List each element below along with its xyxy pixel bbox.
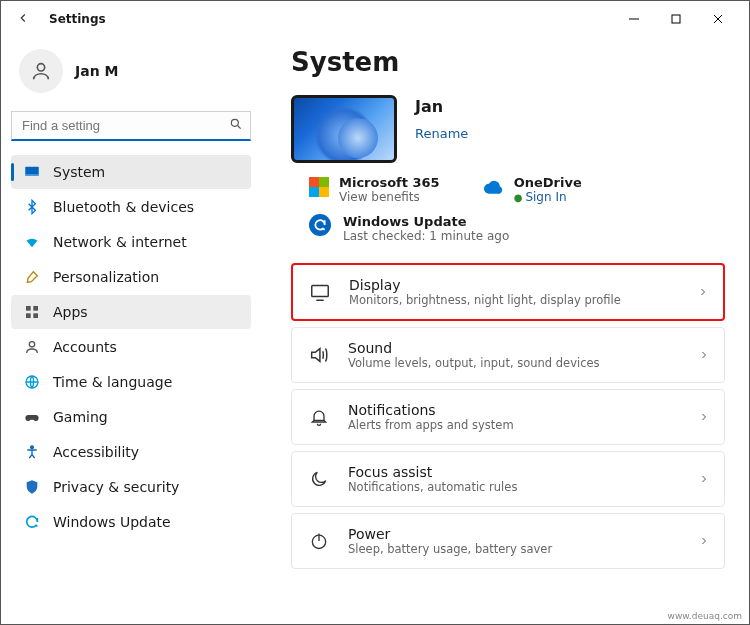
svg-rect-11 [26,313,31,318]
sidebar-item-system[interactable]: System [11,155,251,189]
chevron-right-icon [698,408,710,427]
microsoft-365-card[interactable]: Microsoft 365 View benefits [309,175,440,204]
svg-point-15 [31,446,34,449]
card-subtitle: Monitors, brightness, night light, displ… [349,293,681,307]
person-icon [23,338,41,356]
svg-point-4 [37,64,44,71]
display-icon [23,163,41,181]
speaker-icon [306,342,332,368]
windows-update-label: Windows Update [343,214,509,229]
windows-update-sub: Last checked: 1 minute ago [343,229,509,243]
sidebar-item-bluetooth[interactable]: Bluetooth & devices [11,190,251,224]
sidebar: Jan M System Bluetooth & devices Network… [1,37,261,624]
sidebar-item-windows-update[interactable]: Windows Update [11,505,251,539]
svg-line-6 [238,126,241,129]
svg-rect-10 [33,306,38,311]
svg-rect-8 [25,174,39,176]
sidebar-item-accessibility[interactable]: Accessibility [11,435,251,469]
sidebar-item-label: Accessibility [53,444,139,460]
monitor-icon [307,279,333,305]
microsoft-365-label: Microsoft 365 [339,175,440,190]
sidebar-item-label: Time & language [53,374,172,390]
bluetooth-icon [23,198,41,216]
sidebar-item-privacy[interactable]: Privacy & security [11,470,251,504]
card-title: Focus assist [348,464,682,480]
device-card: Jan Rename [291,95,725,163]
search-icon [229,117,243,134]
onedrive-label: OneDrive [514,175,582,190]
card-power[interactable]: Power Sleep, battery usage, battery save… [291,513,725,569]
power-icon [306,528,332,554]
card-subtitle: Alerts from apps and system [348,418,682,432]
chevron-right-icon [697,283,709,302]
card-focus-assist[interactable]: Focus assist Notifications, automatic ru… [291,451,725,507]
sidebar-item-label: Accounts [53,339,117,355]
sidebar-item-accounts[interactable]: Accounts [11,330,251,364]
back-button[interactable] [11,11,35,28]
title-bar: Settings [1,1,749,37]
maximize-button[interactable] [655,4,697,34]
chevron-right-icon [698,532,710,551]
user-name: Jan M [75,63,118,79]
apps-icon [23,303,41,321]
card-subtitle: Sleep, battery usage, battery saver [348,542,682,556]
search-input[interactable] [11,111,251,141]
device-thumbnail [291,95,397,163]
card-title: Sound [348,340,682,356]
window-title: Settings [49,12,106,26]
watermark: www.deuaq.com [665,610,745,622]
wifi-icon [23,233,41,251]
sidebar-item-label: Windows Update [53,514,171,530]
sidebar-item-label: Gaming [53,409,108,425]
card-display[interactable]: Display Monitors, brightness, night ligh… [291,263,725,321]
chevron-right-icon [698,470,710,489]
card-title: Notifications [348,402,682,418]
brush-icon [23,268,41,286]
sync-icon [23,513,41,531]
sidebar-item-gaming[interactable]: Gaming [11,400,251,434]
card-notifications[interactable]: Notifications Alerts from apps and syste… [291,389,725,445]
sidebar-item-apps[interactable]: Apps [11,295,251,329]
card-title: Power [348,526,682,542]
windows-update-row[interactable]: Windows Update Last checked: 1 minute ag… [309,214,725,243]
settings-list: Display Monitors, brightness, night ligh… [291,263,725,569]
rename-link[interactable]: Rename [415,126,468,141]
shield-icon [23,478,41,496]
gamepad-icon [23,408,41,426]
sidebar-item-network[interactable]: Network & internet [11,225,251,259]
svg-rect-12 [33,313,38,318]
accessibility-icon [23,443,41,461]
moon-icon [306,466,332,492]
card-sound[interactable]: Sound Volume levels, output, input, soun… [291,327,725,383]
onedrive-card[interactable]: OneDrive ●Sign In [484,175,582,204]
window-controls [613,4,739,34]
search-box [11,111,251,141]
user-card[interactable]: Jan M [19,49,251,93]
globe-icon [23,373,41,391]
bell-icon [306,404,332,430]
sync-circle-icon [309,214,331,236]
microsoft-365-sub: View benefits [339,190,440,204]
onedrive-sub: ●Sign In [514,190,582,204]
card-subtitle: Volume levels, output, input, sound devi… [348,356,682,370]
avatar [19,49,63,93]
chevron-right-icon [698,346,710,365]
content-pane: System Jan Rename Microsoft 365 View ben… [261,37,749,624]
device-name: Jan [415,97,468,116]
svg-rect-16 [312,286,329,297]
svg-rect-9 [26,306,31,311]
sidebar-item-label: Apps [53,304,88,320]
sidebar-item-personalization[interactable]: Personalization [11,260,251,294]
svg-point-13 [29,342,34,347]
sidebar-item-label: Personalization [53,269,159,285]
microsoft-logo-icon [309,177,329,197]
svg-point-5 [231,119,238,126]
card-title: Display [349,277,681,293]
page-title: System [291,47,725,77]
sidebar-item-label: Bluetooth & devices [53,199,194,215]
close-button[interactable] [697,4,739,34]
sidebar-item-time-language[interactable]: Time & language [11,365,251,399]
sidebar-item-label: Network & internet [53,234,187,250]
nav-list: System Bluetooth & devices Network & int… [11,155,251,539]
minimize-button[interactable] [613,4,655,34]
